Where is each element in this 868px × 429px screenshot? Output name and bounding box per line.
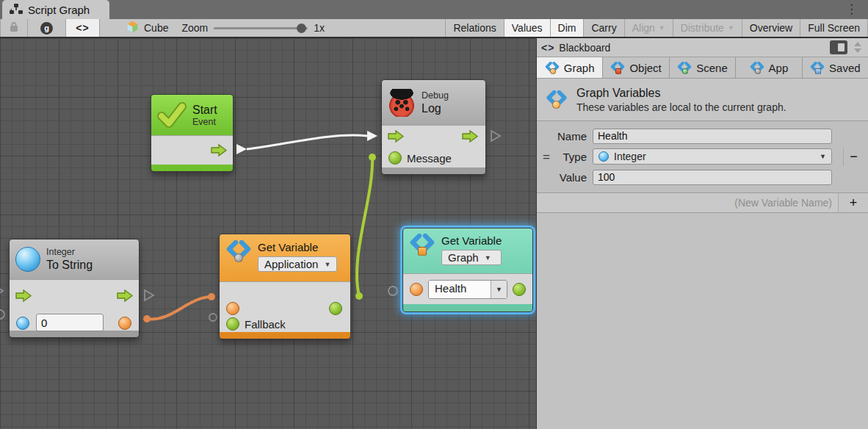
variable-name-in-port[interactable] — [410, 283, 423, 296]
variables-icon — [810, 62, 825, 74]
variable-name-dropdown[interactable]: Health ▼ — [428, 280, 507, 299]
dropdown-arrow-icon: ▼ — [728, 24, 734, 32]
dropdown-arrow-icon: ▼ — [820, 153, 826, 160]
variables-icon — [545, 62, 560, 74]
carry-button[interactable]: Carry — [584, 19, 624, 37]
blackboard-code-icon: <> — [541, 42, 554, 54]
graph-canvas[interactable]: Start Event Debug Log — [0, 38, 536, 429]
section-subtitle: These variables are local to the current… — [576, 101, 786, 114]
node-subtitle: Debug — [422, 90, 449, 101]
graph-badge-icon — [552, 101, 560, 109]
node-integer-to-string[interactable]: Integer To String — [9, 239, 140, 338]
variables-icon — [225, 240, 252, 262]
toolbar-spacer — [100, 19, 119, 37]
graph-badge-icon — [418, 247, 427, 256]
code-view-button[interactable]: <> — [66, 19, 100, 37]
fallback-in-port[interactable] — [226, 317, 239, 331]
scroll-up-icon[interactable] — [854, 42, 861, 46]
scroll-down-icon[interactable] — [854, 48, 861, 53]
dock-panel-icon[interactable] — [830, 40, 847, 54]
variable-name-input[interactable] — [593, 129, 832, 144]
tab-scene[interactable]: Scene — [670, 57, 736, 78]
flow-out-port[interactable] — [117, 289, 133, 302]
distribute-button: Distribute▼ — [673, 19, 742, 37]
variable-row-health: = Name Type Integer ▼ Value − — [537, 121, 868, 193]
dropdown-arrow-icon: ▼ — [491, 281, 507, 298]
variable-type-dropdown[interactable]: Integer ▼ — [593, 148, 832, 165]
zoom-level: 1x — [314, 22, 325, 34]
tab-script-graph[interactable]: Script Graph — [2, 0, 109, 19]
variable-value-input[interactable] — [593, 170, 832, 185]
dim-button[interactable]: Dim — [551, 19, 585, 37]
object-badge-icon — [615, 68, 621, 74]
flow-in-port[interactable] — [15, 289, 32, 302]
graph-badge-icon — [550, 68, 556, 74]
lock-button[interactable] — [0, 19, 28, 37]
saved-badge-icon — [815, 68, 821, 74]
variable-name-in-port[interactable] — [226, 302, 239, 315]
section-title: Graph Variables — [576, 85, 786, 101]
tab-object[interactable]: Object — [603, 57, 669, 78]
integer-value-input[interactable] — [36, 314, 104, 331]
panel-scroll-arrows[interactable] — [852, 42, 864, 53]
fullscreen-button[interactable]: Full Screen — [800, 19, 868, 37]
name-label: Name — [537, 130, 593, 143]
zoom-slider[interactable] — [214, 27, 308, 29]
integer-in-port[interactable] — [16, 317, 29, 330]
add-variable-button[interactable]: + — [839, 193, 868, 212]
node-debug-log[interactable]: Debug Log Message — [381, 79, 486, 175]
flow-out-port[interactable] — [211, 144, 227, 156]
window-menu-icon[interactable]: ⋮ — [845, 1, 858, 18]
flow-wire-arrowhead — [236, 144, 247, 154]
relations-button[interactable]: Relations — [445, 19, 504, 37]
debug-bug-icon — [388, 89, 416, 117]
graph-inspector-toggle[interactable]: g — [28, 19, 66, 37]
tab-app[interactable]: App — [736, 57, 802, 78]
fallback-port-label: Fallback — [245, 318, 286, 331]
flow-out-port[interactable] — [462, 130, 478, 143]
scene-badge-icon — [682, 68, 688, 74]
target-object-label: Cube — [144, 22, 168, 34]
zoom-slider-knob[interactable] — [297, 24, 306, 33]
variable-scope-tabs: Graph Object Scene App — [537, 57, 868, 79]
variable-scope-dropdown[interactable]: Application ▼ — [258, 256, 337, 272]
lock-icon — [9, 21, 19, 35]
app-badge-icon — [755, 68, 761, 74]
integer-type-icon — [598, 151, 609, 162]
orange-value-wire — [147, 297, 211, 319]
message-value-port[interactable] — [388, 151, 402, 165]
node-start-event[interactable]: Start Event — [151, 94, 234, 172]
g-badge-icon: g — [40, 22, 53, 35]
dropdown-arrow-icon: ▼ — [324, 261, 330, 268]
tab-saved[interactable]: Saved — [803, 57, 868, 78]
toolbar-right-group: Relations Values Dim Carry Align▼ Distri… — [445, 19, 868, 37]
value-label: Value — [537, 171, 593, 184]
values-button[interactable]: Values — [504, 19, 551, 37]
variable-scope-dropdown[interactable]: Graph ▼ — [441, 250, 502, 265]
node-subtitle: Integer — [46, 247, 93, 258]
flow-in-port[interactable] — [388, 130, 404, 143]
value-out-port[interactable] — [513, 283, 526, 296]
value-out-port[interactable] — [329, 302, 342, 315]
node-title: Get Variable — [258, 240, 337, 254]
target-object[interactable]: Cube — [119, 19, 176, 37]
node-get-variable-graph[interactable]: Get Variable Graph ▼ Health ▼ — [402, 228, 533, 312]
window-tab-bar: Script Graph ⋮ — [0, 0, 868, 19]
variables-icon — [750, 62, 764, 74]
variables-icon — [610, 62, 625, 74]
message-port-label: Message — [407, 152, 452, 165]
remove-variable-button[interactable]: − — [843, 148, 864, 166]
flow-wire — [247, 135, 367, 149]
green-value-wire — [357, 157, 372, 296]
variables-icon — [409, 234, 435, 256]
overview-button[interactable]: Overview — [742, 19, 800, 37]
tab-graph[interactable]: Graph — [537, 57, 603, 78]
node-get-variable-application[interactable]: Get Variable Application ▼ Fallback — [219, 234, 351, 339]
node-subtitle: Event — [192, 117, 217, 128]
drag-handle[interactable]: = — [543, 150, 550, 165]
string-out-port[interactable] — [118, 317, 131, 330]
tab-title: Script Graph — [28, 4, 90, 16]
new-variable-name-input[interactable] — [537, 193, 839, 212]
flow-wire-arrowhead — [367, 131, 377, 141]
zoom-control: Zoom 1x — [176, 19, 330, 37]
